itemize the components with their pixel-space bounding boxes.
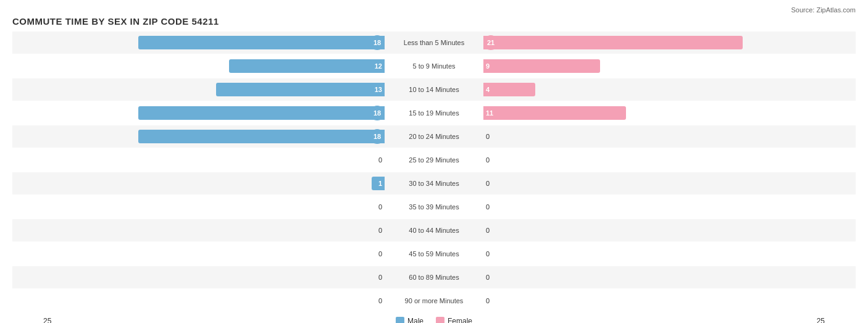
male-bar-val: 13 <box>375 86 385 93</box>
bars-container: 125 to 9 Minutes9 <box>43 55 825 77</box>
chart-row: 125 to 9 Minutes9 <box>12 55 856 77</box>
chart-area: 18Less than 5 Minutes21125 to 9 Minutes9… <box>12 31 856 312</box>
bar-male: 13 <box>216 83 385 96</box>
bar-left-wrap: 0 <box>43 247 385 261</box>
bars-container: 1820 to 24 Minutes0 <box>43 125 825 148</box>
bar-male: 1 <box>372 177 385 190</box>
female-bar-val: 11 <box>483 109 493 117</box>
bar-male: 12 <box>229 59 385 73</box>
row-label: 25 to 29 Minutes <box>385 156 483 164</box>
bars-container: 045 to 59 Minutes0 <box>43 243 825 265</box>
row-label: 90 or more Minutes <box>385 297 483 304</box>
row-label: 40 to 44 Minutes <box>385 227 483 234</box>
bars-container: 1815 to 19 Minutes11 <box>43 102 825 124</box>
row-label: 5 to 9 Minutes <box>385 62 483 70</box>
female-zero-val: 0 <box>483 156 490 164</box>
row-label: 30 to 34 Minutes <box>385 180 483 187</box>
bar-left-wrap: 13 <box>43 83 385 96</box>
row-label: 20 to 24 Minutes <box>385 133 483 140</box>
bar-right-wrap: 0 <box>483 247 825 261</box>
legend-male: Male <box>396 317 424 323</box>
male-zero-val: 0 <box>378 250 385 258</box>
bar-left-wrap: 0 <box>43 224 385 237</box>
legend-male-label: Male <box>407 317 424 323</box>
chart-row: 040 to 44 Minutes0 <box>12 219 856 241</box>
bar-male: 18 <box>138 130 385 143</box>
bar-male: 18 <box>138 36 385 49</box>
male-zero-val: 0 <box>378 297 385 304</box>
male-zero-val: 0 <box>378 227 385 234</box>
female-zero-val: 0 <box>483 180 490 187</box>
chart-row: 1820 to 24 Minutes0 <box>12 125 856 148</box>
bars-container: 060 to 89 Minutes0 <box>43 266 825 288</box>
legend-female-label: Female <box>448 317 472 323</box>
female-zero-val: 0 <box>483 203 490 211</box>
bar-right-wrap: 11 <box>483 106 825 120</box>
chart-title: COMMUTE TIME BY SEX IN ZIP CODE 54211 <box>12 16 856 27</box>
bar-right-wrap: 0 <box>483 294 825 308</box>
male-bar-val: 1 <box>378 180 385 187</box>
chart-row: 025 to 29 Minutes0 <box>12 149 856 171</box>
bar-female: 4 <box>483 83 535 96</box>
male-circle-val: 18 <box>370 129 385 144</box>
chart-row: 18Less than 5 Minutes21 <box>12 31 856 54</box>
bars-container: 18Less than 5 Minutes21 <box>43 31 825 54</box>
chart-row: 060 to 89 Minutes0 <box>12 266 856 288</box>
chart-row: 130 to 34 Minutes0 <box>12 172 856 195</box>
chart-row: 1815 to 19 Minutes11 <box>12 102 856 124</box>
bar-left-wrap: 18 <box>43 36 385 49</box>
legend-male-box <box>396 317 404 323</box>
bars-container: 025 to 29 Minutes0 <box>43 149 825 171</box>
footer-left-val: 25 <box>43 317 68 323</box>
bars-container: 090 or more Minutes0 <box>43 290 825 312</box>
female-zero-val: 0 <box>483 274 490 281</box>
male-zero-val: 0 <box>378 274 385 281</box>
male-zero-val: 0 <box>378 203 385 211</box>
female-bar-val: 4 <box>483 86 490 93</box>
female-zero-val: 0 <box>483 227 490 234</box>
footer-right-val: 25 <box>800 317 825 323</box>
male-bar-val: 12 <box>375 62 385 70</box>
bar-left-wrap: 18 <box>43 130 385 143</box>
row-label: 60 to 89 Minutes <box>385 274 483 281</box>
bar-left-wrap: 0 <box>43 271 385 284</box>
chart-row: 045 to 59 Minutes0 <box>12 243 856 265</box>
male-circle-val: 18 <box>370 35 385 50</box>
legend-female: Female <box>436 317 472 323</box>
bar-female: 9 <box>483 59 600 73</box>
bar-right-wrap: 4 <box>483 83 825 96</box>
bar-left-wrap: 0 <box>43 200 385 214</box>
male-circle-val: 18 <box>370 106 385 120</box>
bar-right-wrap: 21 <box>483 36 825 49</box>
bar-right-wrap: 9 <box>483 59 825 73</box>
bar-right-wrap: 0 <box>483 224 825 237</box>
bars-container: 130 to 34 Minutes0 <box>43 172 825 195</box>
row-label: 35 to 39 Minutes <box>385 203 483 211</box>
row-label: Less than 5 Minutes <box>385 39 483 46</box>
female-zero-val: 0 <box>483 250 490 258</box>
bar-female: 11 <box>483 106 626 120</box>
female-zero-val: 0 <box>483 297 490 304</box>
bar-female: 21 <box>483 36 743 49</box>
chart-row: 035 to 39 Minutes0 <box>12 196 856 218</box>
chart-row: 090 or more Minutes0 <box>12 290 856 312</box>
bars-container: 035 to 39 Minutes0 <box>43 196 825 218</box>
bar-left-wrap: 12 <box>43 59 385 73</box>
legend: Male Female <box>396 317 472 323</box>
row-label: 10 to 14 Minutes <box>385 86 483 93</box>
legend-female-box <box>436 317 444 323</box>
bar-right-wrap: 0 <box>483 200 825 214</box>
bar-left-wrap: 1 <box>43 177 385 190</box>
bar-right-wrap: 0 <box>483 271 825 284</box>
bar-right-wrap: 0 <box>483 177 825 190</box>
female-bar-val: 9 <box>483 62 490 70</box>
female-circle-val: 21 <box>483 35 498 50</box>
bar-right-wrap: 0 <box>483 130 825 143</box>
bar-male: 18 <box>138 106 385 120</box>
male-zero-val: 0 <box>378 156 385 164</box>
bar-left-wrap: 0 <box>43 153 385 167</box>
bars-container: 1310 to 14 Minutes4 <box>43 78 825 101</box>
female-zero-val: 0 <box>483 133 490 140</box>
row-label: 45 to 59 Minutes <box>385 250 483 258</box>
source-label: Source: ZipAtlas.com <box>12 6 856 14</box>
